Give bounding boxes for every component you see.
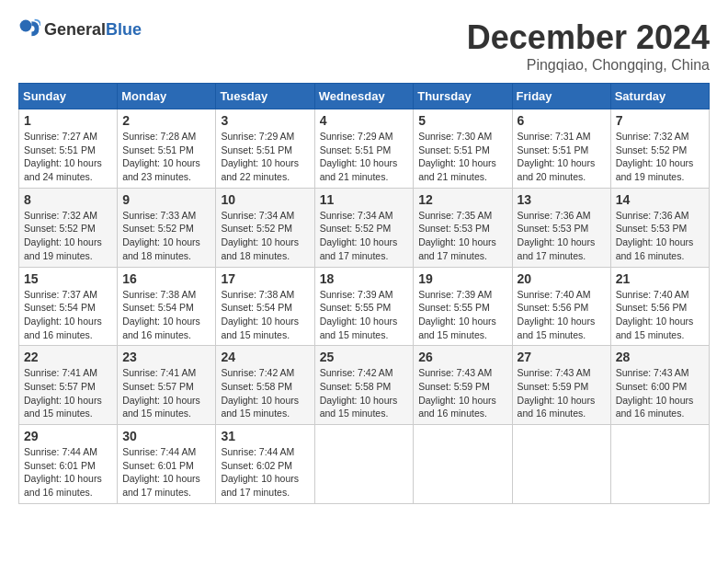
day-detail: Sunrise: 7:37 AM Sunset: 5:54 PM Dayligh…	[24, 288, 112, 342]
calendar-cell	[414, 425, 512, 504]
title-area: December 2024 Pingqiao, Chongqing, China	[467, 18, 710, 74]
day-detail: Sunrise: 7:28 AM Sunset: 5:51 PM Dayligh…	[122, 130, 210, 184]
calendar-cell: 24 Sunrise: 7:42 AM Sunset: 5:58 PM Dayl…	[216, 346, 314, 425]
day-detail: Sunrise: 7:36 AM Sunset: 5:53 PM Dayligh…	[616, 209, 704, 263]
day-detail: Sunrise: 7:40 AM Sunset: 5:56 PM Dayligh…	[616, 288, 704, 342]
calendar-cell: 23 Sunrise: 7:41 AM Sunset: 5:57 PM Dayl…	[118, 346, 216, 425]
calendar-cell: 22 Sunrise: 7:41 AM Sunset: 5:57 PM Dayl…	[19, 346, 118, 425]
calendar-cell: 17 Sunrise: 7:38 AM Sunset: 5:54 PM Dayl…	[216, 267, 314, 346]
calendar-cell	[314, 425, 414, 504]
day-detail: Sunrise: 7:39 AM Sunset: 5:55 PM Dayligh…	[418, 288, 506, 342]
day-number: 2	[122, 113, 210, 128]
day-detail: Sunrise: 7:32 AM Sunset: 5:52 PM Dayligh…	[24, 209, 112, 263]
logo: GeneralBlue	[18, 18, 142, 40]
day-number: 29	[24, 429, 112, 443]
day-number: 12	[418, 192, 506, 207]
calendar-header-wednesday: Wednesday	[314, 84, 414, 109]
calendar-week-row: 8 Sunrise: 7:32 AM Sunset: 5:52 PM Dayli…	[19, 188, 710, 267]
day-detail: Sunrise: 7:29 AM Sunset: 5:51 PM Dayligh…	[320, 130, 409, 184]
day-detail: Sunrise: 7:32 AM Sunset: 5:52 PM Dayligh…	[616, 130, 704, 184]
day-number: 7	[616, 113, 704, 128]
day-number: 4	[320, 113, 409, 128]
calendar-cell	[610, 425, 709, 504]
day-number: 23	[122, 350, 210, 364]
day-number: 27	[518, 350, 606, 364]
day-detail: Sunrise: 7:41 AM Sunset: 5:57 PM Dayligh…	[24, 366, 112, 420]
location-title: Pingqiao, Chongqing, China	[467, 57, 710, 74]
calendar-cell: 8 Sunrise: 7:32 AM Sunset: 5:52 PM Dayli…	[19, 188, 118, 267]
calendar-cell: 13 Sunrise: 7:36 AM Sunset: 5:53 PM Dayl…	[512, 188, 610, 267]
day-detail: Sunrise: 7:34 AM Sunset: 5:52 PM Dayligh…	[221, 209, 309, 263]
calendar-week-row: 15 Sunrise: 7:37 AM Sunset: 5:54 PM Dayl…	[19, 267, 710, 346]
calendar-cell: 15 Sunrise: 7:37 AM Sunset: 5:54 PM Dayl…	[19, 267, 118, 346]
calendar-cell: 7 Sunrise: 7:32 AM Sunset: 5:52 PM Dayli…	[610, 109, 709, 189]
day-number: 17	[221, 271, 309, 286]
calendar-header-saturday: Saturday	[610, 84, 709, 109]
day-number: 16	[122, 271, 210, 286]
calendar-cell: 10 Sunrise: 7:34 AM Sunset: 5:52 PM Dayl…	[216, 188, 314, 267]
day-detail: Sunrise: 7:44 AM Sunset: 6:02 PM Dayligh…	[221, 445, 309, 500]
calendar-table: SundayMondayTuesdayWednesdayThursdayFrid…	[18, 83, 710, 504]
calendar-cell: 25 Sunrise: 7:42 AM Sunset: 5:58 PM Dayl…	[314, 346, 414, 425]
day-detail: Sunrise: 7:34 AM Sunset: 5:52 PM Dayligh…	[320, 209, 409, 263]
day-detail: Sunrise: 7:42 AM Sunset: 5:58 PM Dayligh…	[320, 366, 409, 420]
calendar-cell: 4 Sunrise: 7:29 AM Sunset: 5:51 PM Dayli…	[314, 109, 414, 189]
day-number: 14	[616, 192, 704, 207]
calendar-cell: 11 Sunrise: 7:34 AM Sunset: 5:52 PM Dayl…	[314, 188, 414, 267]
day-detail: Sunrise: 7:44 AM Sunset: 6:01 PM Dayligh…	[122, 445, 210, 500]
calendar-cell: 29 Sunrise: 7:44 AM Sunset: 6:01 PM Dayl…	[19, 425, 118, 504]
calendar-header-monday: Monday	[118, 84, 216, 109]
calendar-cell: 20 Sunrise: 7:40 AM Sunset: 5:56 PM Dayl…	[512, 267, 610, 346]
calendar-week-row: 22 Sunrise: 7:41 AM Sunset: 5:57 PM Dayl…	[19, 346, 710, 425]
calendar-cell: 28 Sunrise: 7:43 AM Sunset: 6:00 PM Dayl…	[610, 346, 709, 425]
day-detail: Sunrise: 7:43 AM Sunset: 6:00 PM Dayligh…	[616, 366, 704, 420]
day-number: 11	[320, 192, 409, 207]
day-number: 22	[24, 350, 112, 364]
day-number: 13	[518, 192, 606, 207]
day-number: 30	[122, 429, 210, 443]
logo-icon	[18, 18, 40, 40]
calendar-cell: 6 Sunrise: 7:31 AM Sunset: 5:51 PM Dayli…	[512, 109, 610, 189]
day-number: 21	[616, 271, 704, 286]
month-title: December 2024	[467, 18, 710, 57]
day-detail: Sunrise: 7:38 AM Sunset: 5:54 PM Dayligh…	[122, 288, 210, 342]
calendar-cell: 14 Sunrise: 7:36 AM Sunset: 5:53 PM Dayl…	[610, 188, 709, 267]
day-detail: Sunrise: 7:30 AM Sunset: 5:51 PM Dayligh…	[418, 130, 506, 184]
calendar-cell: 30 Sunrise: 7:44 AM Sunset: 6:01 PM Dayl…	[118, 425, 216, 504]
day-number: 10	[221, 192, 309, 207]
day-number: 31	[221, 429, 309, 443]
calendar-cell	[512, 425, 610, 504]
day-number: 25	[320, 350, 409, 364]
calendar-cell: 27 Sunrise: 7:43 AM Sunset: 5:59 PM Dayl…	[512, 346, 610, 425]
calendar-header-sunday: Sunday	[19, 84, 118, 109]
day-number: 3	[221, 113, 309, 128]
calendar-cell: 31 Sunrise: 7:44 AM Sunset: 6:02 PM Dayl…	[216, 425, 314, 504]
calendar-week-row: 1 Sunrise: 7:27 AM Sunset: 5:51 PM Dayli…	[19, 109, 710, 189]
calendar-cell: 19 Sunrise: 7:39 AM Sunset: 5:55 PM Dayl…	[414, 267, 512, 346]
day-number: 19	[418, 271, 506, 286]
calendar-cell: 12 Sunrise: 7:35 AM Sunset: 5:53 PM Dayl…	[414, 188, 512, 267]
day-number: 5	[418, 113, 506, 128]
day-detail: Sunrise: 7:33 AM Sunset: 5:52 PM Dayligh…	[122, 209, 210, 263]
logo-text: GeneralBlue	[44, 20, 142, 40]
day-detail: Sunrise: 7:43 AM Sunset: 5:59 PM Dayligh…	[418, 366, 506, 420]
day-detail: Sunrise: 7:31 AM Sunset: 5:51 PM Dayligh…	[518, 130, 606, 184]
calendar-cell: 1 Sunrise: 7:27 AM Sunset: 5:51 PM Dayli…	[19, 109, 118, 189]
day-number: 26	[418, 350, 506, 364]
logo-blue: Blue	[106, 20, 142, 39]
day-detail: Sunrise: 7:40 AM Sunset: 5:56 PM Dayligh…	[518, 288, 606, 342]
calendar-cell: 18 Sunrise: 7:39 AM Sunset: 5:55 PM Dayl…	[314, 267, 414, 346]
day-detail: Sunrise: 7:27 AM Sunset: 5:51 PM Dayligh…	[24, 130, 112, 184]
calendar-header-tuesday: Tuesday	[216, 84, 314, 109]
day-number: 6	[518, 113, 606, 128]
day-number: 18	[320, 271, 409, 286]
day-number: 28	[616, 350, 704, 364]
calendar-header-friday: Friday	[512, 84, 610, 109]
header: GeneralBlue December 2024 Pingqiao, Chon…	[18, 18, 710, 74]
calendar-header-thursday: Thursday	[414, 84, 512, 109]
logo-general: General	[44, 20, 106, 39]
day-detail: Sunrise: 7:43 AM Sunset: 5:59 PM Dayligh…	[518, 366, 606, 420]
day-number: 9	[122, 192, 210, 207]
calendar-week-row: 29 Sunrise: 7:44 AM Sunset: 6:01 PM Dayl…	[19, 425, 710, 504]
day-number: 20	[518, 271, 606, 286]
